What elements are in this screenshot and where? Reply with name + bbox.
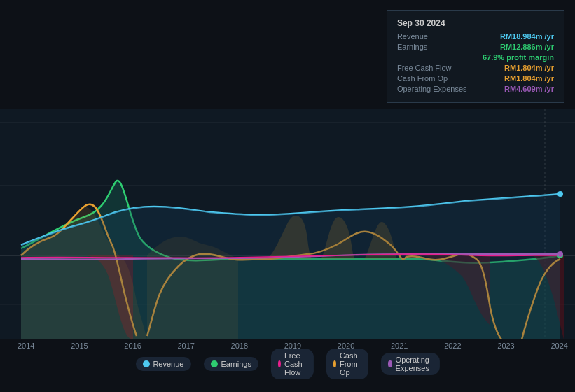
legend-revenue[interactable]: Revenue <box>135 357 190 371</box>
x-label-2015: 2015 <box>71 342 88 350</box>
chart-legend: Revenue Earnings Free Cash Flow Cash Fro… <box>135 349 439 379</box>
tooltip-revenue-value: RM18.984m /yr <box>500 32 554 41</box>
legend-label-earnings: Earnings <box>221 360 251 368</box>
legend-dot-earnings <box>210 360 217 368</box>
tooltip-earnings-label: Earnings <box>397 43 474 51</box>
legend-label-revenue: Revenue <box>153 360 183 368</box>
tooltip-earnings-sub-row: 67.9% profit margin <box>397 53 554 62</box>
tooltip-fcf-value: RM1.804m /yr <box>504 64 554 72</box>
tooltip-opex-label: Operating Expenses <box>397 85 474 93</box>
x-label-2014: 2014 <box>18 342 34 350</box>
tooltip-fcf-label: Free Cash Flow <box>397 64 474 72</box>
tooltip-earnings-value: RM12.886m /yr <box>500 43 554 51</box>
tooltip-revenue-row: Revenue RM18.984m /yr <box>397 32 554 41</box>
legend-dot-opex <box>388 360 392 368</box>
legend-cashop[interactable]: Cash From Op <box>326 349 369 379</box>
tooltip-cashop-value: RM1.804m /yr <box>504 74 554 83</box>
tooltip-date: Sep 30 2024 <box>397 18 554 28</box>
tooltip-cashop-row: Cash From Op RM1.804m /yr <box>397 74 554 83</box>
x-label-2022: 2022 <box>444 342 461 350</box>
tooltip-opex-row: Operating Expenses RM4.609m /yr <box>397 85 554 93</box>
x-label-2024: 2024 <box>550 342 567 350</box>
tooltip-fcf-row: Free Cash Flow RM1.804m /yr <box>397 64 554 72</box>
svg-point-9 <box>557 251 563 257</box>
legend-dot-fcf <box>278 360 281 368</box>
legend-fcf[interactable]: Free Cash Flow <box>271 349 314 379</box>
legend-label-cashop: Cash From Op <box>340 351 361 377</box>
tooltip-revenue-label: Revenue <box>397 32 474 41</box>
tooltip-earnings-row: Earnings RM12.886m /yr <box>397 43 554 51</box>
chart-svg <box>0 108 575 340</box>
svg-point-7 <box>557 191 563 197</box>
tooltip-earnings-sub: 67.9% profit margin <box>483 53 554 62</box>
legend-label-opex: Operating Expenses <box>396 356 433 372</box>
legend-label-fcf: Free Cash Flow <box>284 351 307 377</box>
chart-container: Sep 30 2024 Revenue RM18.984m /yr Earnin… <box>0 0 575 392</box>
legend-dot-revenue <box>142 360 149 368</box>
x-label-2023: 2023 <box>497 342 514 350</box>
tooltip-box: Sep 30 2024 Revenue RM18.984m /yr Earnin… <box>387 10 564 103</box>
tooltip-opex-value: RM4.609m /yr <box>504 85 554 93</box>
legend-opex[interactable]: Operating Expenses <box>381 353 439 375</box>
legend-earnings[interactable]: Earnings <box>203 357 258 371</box>
tooltip-cashop-label: Cash From Op <box>397 74 474 83</box>
legend-dot-cashop <box>333 360 336 368</box>
